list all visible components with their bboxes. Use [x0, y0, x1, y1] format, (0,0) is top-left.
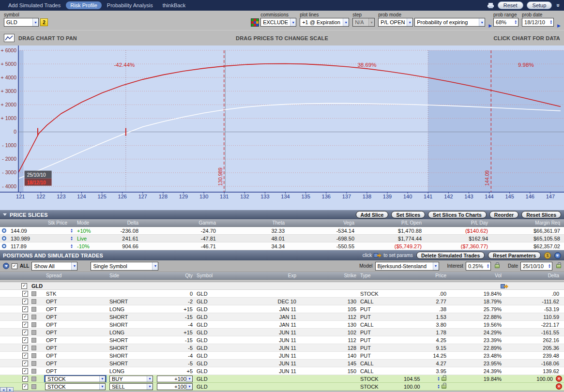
- reset-slices-button[interactable]: Reset Slices: [521, 211, 561, 218]
- row-lock-box[interactable]: [31, 353, 36, 358]
- spinner-arrows-icon[interactable]: ▲▼: [485, 264, 489, 269]
- pl-mode-select[interactable]: P/L OPEN▼: [378, 18, 413, 27]
- col-vega[interactable]: Vega: [287, 219, 356, 226]
- col-spread[interactable]: Spread: [39, 272, 107, 279]
- all-checkbox[interactable]: ✓: [12, 263, 17, 269]
- chart-icon[interactable]: [4, 34, 15, 42]
- sim-qty-select[interactable]: +100▼: [157, 383, 193, 390]
- step-select[interactable]: N/A▼: [352, 18, 375, 27]
- slice-link-icon[interactable]: [2, 236, 6, 241]
- spinner-arrows-icon[interactable]: ▲▼: [513, 20, 517, 25]
- row-check-cell[interactable]: ✓: [20, 383, 30, 390]
- lock-icon[interactable]: [442, 385, 446, 389]
- prob-params-arrow-icon[interactable]: ▶: [488, 23, 492, 28]
- row-lock-cell[interactable]: [30, 352, 39, 359]
- print-icon[interactable]: [487, 2, 494, 9]
- slice-mode[interactable]: -10%: [75, 242, 109, 250]
- slice-price-cell[interactable]: 144.09▲▼: [9, 227, 75, 234]
- col-margin-req[interactable]: Margin Req: [490, 219, 564, 226]
- reorder-button[interactable]: Reorder: [489, 211, 518, 218]
- set-slices-to-charts-button[interactable]: Set Slices To Charts: [428, 211, 487, 218]
- sim-side-select[interactable]: BUY▼: [109, 376, 153, 382]
- row-lock-box[interactable]: [31, 322, 36, 327]
- col-theta[interactable]: Theta: [218, 219, 287, 226]
- row-lock-box[interactable]: [31, 291, 36, 296]
- row-checkbox[interactable]: ✓: [22, 330, 28, 335]
- row-lock-cell[interactable]: [30, 329, 39, 336]
- date-lock-icon[interactable]: [556, 264, 561, 268]
- spinner-arrows-icon[interactable]: ▲▼: [69, 228, 73, 233]
- row-checkbox[interactable]: ✓: [22, 345, 28, 351]
- row-checkbox[interactable]: ✓: [22, 361, 28, 366]
- group-params-icon[interactable]: [501, 283, 508, 290]
- commissions-grid-icon[interactable]: [251, 18, 259, 27]
- reset-parameters-button[interactable]: Reset Parameters: [488, 252, 541, 259]
- coin-icon[interactable]: $: [544, 252, 551, 259]
- col-symbol[interactable]: Symbol: [195, 272, 271, 279]
- slice-link-icon[interactable]: [2, 228, 6, 233]
- col-type[interactable]: Type: [358, 272, 402, 279]
- spinner-arrows-icon[interactable]: ▲▼: [69, 236, 73, 241]
- row-check-cell[interactable]: ✓: [20, 321, 30, 328]
- lock-icon[interactable]: [442, 377, 446, 381]
- row-lock-cell[interactable]: [30, 321, 39, 328]
- dropdown-arrow-icon[interactable]: ▼: [147, 376, 152, 382]
- collapse-positions-icon[interactable]: [3, 263, 9, 269]
- row-checkbox[interactable]: ✓: [22, 322, 28, 328]
- symbol-select[interactable]: GLD▼: [4, 18, 39, 27]
- col-strike[interactable]: Strike: [298, 272, 358, 279]
- row-lock-box[interactable]: [31, 369, 36, 374]
- row-check-cell[interactable]: ✓: [20, 360, 30, 367]
- sim-price-value[interactable]: 104.55: [404, 376, 420, 382]
- dropdown-arrow-icon[interactable]: ▼: [71, 262, 77, 270]
- prob-range-spinner[interactable]: 68%▲▼: [493, 18, 518, 27]
- row-lock-cell[interactable]: [30, 367, 39, 375]
- simulated-trade-row[interactable]: ✓STOCK▼BUY▼+100▼GLDSTOCK104.55▲▼19.84%10…: [0, 375, 564, 383]
- row-lock-cell[interactable]: [30, 360, 39, 367]
- col-vol[interactable]: Vol: [448, 272, 503, 279]
- col-pl-day[interactable]: P/L Day: [424, 219, 490, 226]
- dropdown-arrow-icon[interactable]: ▼: [407, 18, 412, 26]
- double-chevron-icon[interactable]: »: [555, 4, 562, 7]
- tab-probability-analysis[interactable]: Probability Analysis: [103, 1, 157, 9]
- row-checkbox[interactable]: ✓: [22, 291, 28, 297]
- sim-price-cell[interactable]: 100.00▲▼: [402, 383, 448, 390]
- slice-link-cell[interactable]: [0, 242, 9, 250]
- date-spinner[interactable]: 25/10/10▲▼: [520, 262, 552, 271]
- sim-price-cell[interactable]: 104.55▲▼: [402, 375, 448, 382]
- show-filter-select[interactable]: Show All▼: [31, 262, 77, 271]
- row-lock-box[interactable]: [31, 377, 36, 381]
- add-slice-button[interactable]: Add Slice: [356, 211, 389, 218]
- slice-mode[interactable]: +10%: [75, 227, 109, 234]
- reset-button[interactable]: Reset: [498, 1, 523, 9]
- row-lock-box[interactable]: [31, 384, 36, 389]
- spinner-arrows-icon[interactable]: ▲▼: [548, 20, 552, 25]
- risk-profile-chart-area[interactable]: + 6000+ 5000+ 4000+ 3000+ 2000+ 10000- 1…: [0, 45, 564, 210]
- dropdown-arrow-icon[interactable]: ▼: [32, 18, 38, 26]
- row-check-cell[interactable]: ✓: [20, 329, 30, 336]
- row-checkbox[interactable]: ✓: [22, 299, 28, 304]
- row-checkbox[interactable]: ✓: [22, 306, 28, 312]
- row-check-cell[interactable]: ✓: [20, 336, 30, 344]
- risk-profile-chart[interactable]: + 6000+ 5000+ 4000+ 3000+ 2000+ 10000- 1…: [0, 45, 564, 210]
- row-checkbox[interactable]: ✓: [22, 384, 28, 390]
- h-scrollbar[interactable]: ◄ ►: [0, 387, 14, 392]
- row-lock-box[interactable]: [31, 307, 36, 312]
- simulated-trade-row[interactable]: ✓STOCK▼SELL▼+100▼GLDSTOCK100.00▲▼✕: [0, 383, 564, 391]
- symbol-mode-select[interactable]: Single Symbol▼: [91, 262, 158, 271]
- row-lock-box[interactable]: [31, 361, 36, 366]
- col-price[interactable]: Price: [402, 272, 448, 279]
- row-check-cell[interactable]: ✓: [20, 344, 30, 351]
- delete-simulated-trades-button[interactable]: Delete Simulated Trades: [416, 252, 485, 259]
- dropdown-arrow-icon[interactable]: ▼: [186, 384, 192, 390]
- sim-spread-select[interactable]: STOCK▼: [45, 376, 106, 382]
- slice-price-cell[interactable]: 117.89▲▼: [9, 242, 75, 250]
- slice-price-value[interactable]: 130.989: [11, 236, 30, 241]
- slice-price-cell[interactable]: 130.989▲▼: [9, 235, 75, 242]
- group-checkbox[interactable]: ✓: [21, 283, 27, 289]
- dropdown-arrow-icon[interactable]: ▼: [433, 262, 439, 270]
- row-check-cell[interactable]: ✓: [20, 375, 30, 382]
- spinner-arrows-icon[interactable]: ▲▼: [69, 244, 73, 249]
- model-select[interactable]: Bjerksund-Stensland▼: [375, 262, 439, 271]
- spinner-arrows-icon[interactable]: ▲▼: [436, 377, 440, 381]
